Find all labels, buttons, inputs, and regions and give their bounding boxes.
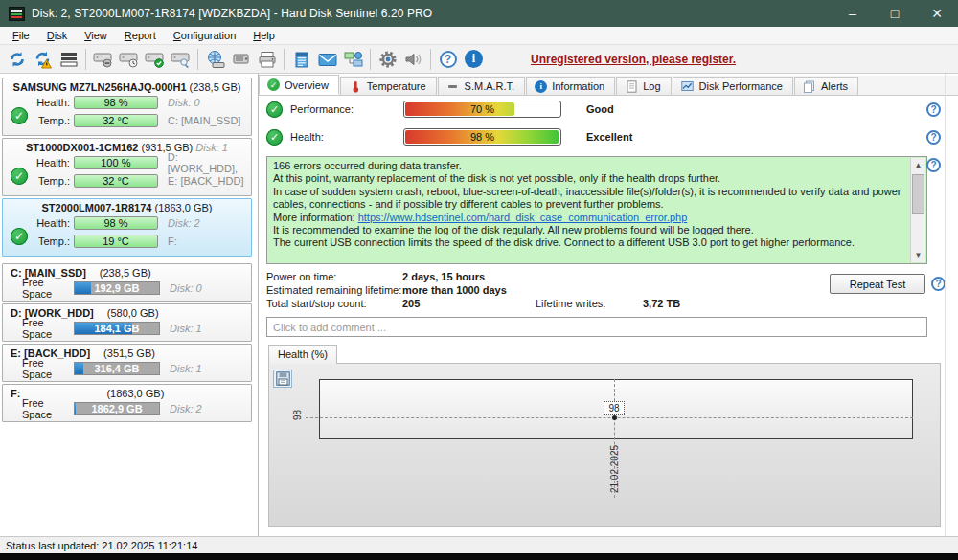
- tab-disk-performance[interactable]: Disk Performance: [673, 77, 793, 95]
- disk-number: Disk: 0: [170, 282, 202, 294]
- network-disk-icon[interactable]: [202, 47, 228, 72]
- sound-icon[interactable]: [400, 47, 426, 72]
- performance-meter: 70 %: [403, 101, 561, 118]
- window-title: Disk: 2, ST2000LM007-1R8174 [WDZKBZDA] -…: [32, 7, 432, 20]
- free-space-bar: 316,4 GB: [74, 362, 160, 375]
- chart-xtick: 21.02.2025: [609, 445, 620, 493]
- message-line: In case of sudden system crash, reboot, …: [273, 186, 905, 212]
- free-space-bar: 192,9 GB: [74, 281, 160, 295]
- free-space-value: 316,4 GB: [94, 363, 139, 374]
- tab-alerts[interactable]: Alerts: [794, 77, 858, 95]
- scroll-down-icon[interactable]: ▼: [911, 248, 925, 262]
- report-list-icon[interactable]: [56, 47, 81, 72]
- partition-item-d[interactable]: D: [WORK_HDD] (580,0 GB) Free Space 184,…: [2, 303, 252, 342]
- mail-icon[interactable]: [314, 47, 340, 72]
- alerts-pages-icon: [803, 80, 816, 93]
- temp-bar: 32 °C: [74, 114, 158, 127]
- partition-item-c[interactable]: C: [MAIN_SSD] (238,5 GB) Free Space 192,…: [2, 263, 252, 302]
- lifetime-writes-value: 3,72 TB: [643, 298, 680, 309]
- tab-overview[interactable]: ✓ Overview: [259, 75, 339, 95]
- health-chart-tab[interactable]: Health (%): [268, 345, 337, 364]
- chart-ytick: 98: [292, 410, 303, 420]
- close-button[interactable]: ✕: [916, 0, 958, 27]
- overview-panel: ✓ Overview Temperature S.M.A.R.T. i Info…: [259, 74, 958, 536]
- free-space-bar: 184,1 GB: [74, 322, 160, 335]
- menu-report[interactable]: Report: [116, 28, 165, 43]
- status-bar: Status last updated: 21.02.2025 11:21:14: [0, 536, 958, 553]
- partition-size: (580,0 GB): [107, 307, 159, 319]
- partition-item-e[interactable]: E: [BACK_HDD] (351,5 GB) Free Space 316,…: [2, 344, 252, 382]
- printer-icon[interactable]: [254, 47, 280, 72]
- refresh-icon[interactable]: [4, 47, 30, 72]
- repeat-test-help-icon[interactable]: ?: [931, 277, 946, 291]
- message-help-icon[interactable]: ?: [926, 158, 941, 172]
- message-line: 166 errors occurred during data transfer…: [273, 160, 905, 172]
- disk-number: Disk: 0: [168, 97, 200, 108]
- health-bar: 98 %: [74, 216, 158, 230]
- disk-item-st1000[interactable]: ST1000DX001-1CM162 (931,5 GB) Disk: 1 ✓ …: [2, 138, 252, 196]
- disk-item-samsung[interactable]: SAMSUNG MZ7LN256HAJQ-000H1 (238,5 GB) ✓ …: [2, 78, 252, 136]
- disk-name: ST2000LM007-1R8174: [42, 202, 152, 213]
- tab-temperature[interactable]: Temperature: [340, 77, 437, 95]
- app-window: Disk: 2, ST2000LM007-1R8174 [WDZKBZDA] -…: [0, 0, 958, 560]
- start-stop-value: 205: [402, 298, 420, 309]
- free-space-label: Free Space: [22, 317, 74, 340]
- lifetime-writes-label: Lifetime writes:: [536, 298, 605, 309]
- tab-smart[interactable]: S.M.A.R.T.: [438, 77, 526, 95]
- disk-accept-icon[interactable]: [142, 47, 168, 72]
- status-text: Status last updated: 21.02.2025 11:21:14: [6, 540, 197, 551]
- tab-log[interactable]: Log: [616, 77, 671, 95]
- scroll-thumb[interactable]: [912, 174, 924, 214]
- disk-hardware-icon[interactable]: [228, 47, 254, 72]
- maximize-button[interactable]: □: [874, 0, 916, 27]
- temp-bar: 19 °C: [74, 235, 158, 248]
- chart-data-point: [612, 415, 617, 420]
- check-icon: ✓: [267, 78, 280, 91]
- disk-search-icon[interactable]: [168, 47, 194, 72]
- info-icon: i: [535, 80, 547, 93]
- health-value: 98 %: [404, 129, 560, 145]
- notepad-icon[interactable]: [288, 47, 314, 72]
- disk-clock-icon[interactable]: [116, 47, 142, 72]
- disk-item-st2000-selected[interactable]: ST2000LM007-1R8174 (1863,0 GB) ✓ Health:…: [2, 198, 252, 257]
- register-link[interactable]: Unregistered version, please register.: [531, 53, 736, 66]
- settings-gear-icon[interactable]: [375, 47, 400, 72]
- repeat-test-button[interactable]: Repeat Test: [830, 274, 925, 294]
- message-line: At this point, warranty replacement of t…: [273, 172, 905, 185]
- help-icon[interactable]: ?: [435, 47, 461, 72]
- disk-number: Disk: 2: [168, 217, 200, 229]
- save-chart-icon[interactable]: [273, 370, 292, 388]
- app-icon: [9, 7, 25, 21]
- partition-name: F:: [11, 388, 20, 399]
- disk-status-message: 166 errors occurred during data transfer…: [266, 156, 927, 264]
- title-bar: Disk: 2, ST2000LM007-1R8174 [WDZKBZDA] -…: [0, 0, 958, 27]
- network-share-icon[interactable]: [340, 47, 366, 72]
- menu-disk[interactable]: Disk: [38, 28, 76, 43]
- menu-help[interactable]: Help: [244, 28, 284, 43]
- performance-label: Performance:: [290, 103, 382, 115]
- partition-item-f[interactable]: F: (1863,0 GB) Free Space 1862,9 GB Disk…: [2, 384, 252, 422]
- tab-information[interactable]: i Information: [526, 77, 615, 95]
- health-label: Health:: [290, 131, 382, 143]
- menu-file[interactable]: File: [4, 28, 38, 43]
- message-line: It is recommended to examine the log of …: [273, 224, 905, 236]
- remaining-lifetime-label: Estimated remaining lifetime:: [266, 284, 401, 296]
- menu-view[interactable]: View: [76, 28, 116, 43]
- minimize-button[interactable]: –: [832, 0, 874, 27]
- refresh-warning-icon[interactable]: [30, 47, 56, 72]
- info-icon[interactable]: i: [461, 47, 487, 72]
- disk-name: SAMSUNG MZ7LN256HAJQ-000H1: [13, 81, 187, 93]
- partition-size: (351,5 GB): [103, 347, 155, 359]
- message-scrollbar[interactable]: ▲ ▼: [910, 158, 925, 262]
- disk-remove-icon[interactable]: [90, 47, 116, 72]
- performance-help-icon[interactable]: ?: [926, 102, 941, 117]
- more-information-link[interactable]: https://www.hdsentinel.com/hard_disk_cas…: [358, 212, 688, 223]
- scroll-up-icon[interactable]: ▲: [911, 158, 925, 172]
- log-page-icon: [625, 80, 638, 93]
- disk-size: (1863,0 GB): [155, 202, 213, 213]
- health-meter: 98 %: [403, 128, 561, 146]
- menu-configuration[interactable]: Configuration: [165, 28, 244, 43]
- disk-number: Disk: 1: [170, 363, 202, 374]
- comment-input[interactable]: [266, 317, 927, 337]
- health-help-icon[interactable]: ?: [926, 130, 941, 145]
